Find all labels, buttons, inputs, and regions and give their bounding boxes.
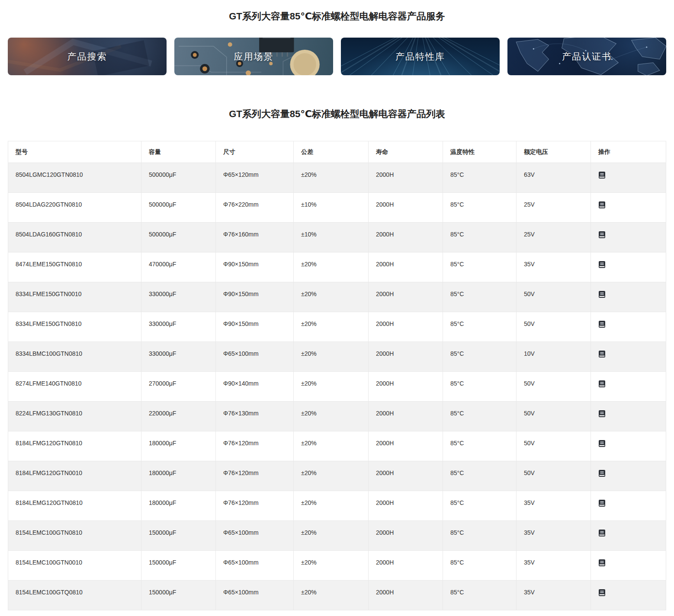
- nav-card-certificates[interactable]: 产品认证书: [507, 38, 666, 75]
- cell-temperature: 85°C: [443, 402, 517, 431]
- header-action: 操作: [591, 141, 666, 163]
- product-table: 型号 容量 尺寸 公差 寿命 温度特性 额定电压 操作 8504LGMC120G…: [8, 141, 666, 610]
- view-doc-button[interactable]: [598, 380, 606, 388]
- view-doc-button[interactable]: [598, 171, 606, 179]
- view-doc-button[interactable]: [598, 320, 606, 328]
- cell-model: 8334LBMC100GTN0810: [8, 342, 141, 372]
- cell-rated-voltage: 50V: [517, 312, 591, 342]
- cell-temperature: 85°C: [443, 193, 517, 223]
- book-icon: [598, 591, 606, 598]
- view-doc-button[interactable]: [598, 440, 606, 447]
- view-doc-button[interactable]: [598, 261, 606, 268]
- table-row: 8334LFME150GTN0010 330000μF Φ90×150mm ±2…: [8, 282, 666, 312]
- table-row: 8154LEMC100GTN0810 150000μF Φ65×100mm ±2…: [8, 521, 666, 551]
- cell-action: [591, 551, 666, 581]
- view-doc-button[interactable]: [598, 410, 606, 418]
- cell-temperature: 85°C: [443, 312, 517, 342]
- book-icon: [598, 383, 606, 389]
- cell-rated-voltage: 50V: [517, 431, 591, 461]
- cell-model: 8274LFME140GTN0810: [8, 372, 141, 402]
- cell-life: 2000H: [369, 461, 443, 491]
- table-row: 8334LFME150GTN0810 330000μF Φ90×150mm ±2…: [8, 312, 666, 342]
- cell-temperature: 85°C: [443, 461, 517, 491]
- cell-model: 8334LFME150GTN0810: [8, 312, 141, 342]
- table-row: 8504LGMC120GTN0810 500000μF Φ65×120mm ±2…: [8, 163, 666, 193]
- nav-cards: 产品搜索: [8, 38, 666, 75]
- cell-model: 8154LEMC100GTN0810: [8, 521, 141, 551]
- table-row: 8154LEMC100GTN0010 150000μF Φ65×100mm ±2…: [8, 551, 666, 581]
- cell-tolerance: ±20%: [294, 431, 369, 461]
- cell-model: 8504LGMC120GTN0810: [8, 163, 141, 193]
- cell-action: [591, 402, 666, 431]
- cell-life: 2000H: [369, 223, 443, 252]
- cell-tolerance: ±20%: [294, 402, 369, 431]
- cell-life: 2000H: [369, 282, 443, 312]
- cell-action: [591, 521, 666, 551]
- book-icon: [598, 502, 606, 508]
- view-doc-button[interactable]: [598, 559, 606, 567]
- cell-rated-voltage: 25V: [517, 193, 591, 223]
- header-tolerance: 公差: [294, 141, 369, 163]
- book-icon: [598, 442, 606, 449]
- view-doc-button[interactable]: [598, 201, 606, 209]
- cell-size: Φ76×130mm: [216, 402, 294, 431]
- cell-rated-voltage: 63V: [517, 163, 591, 193]
- cell-action: [591, 372, 666, 402]
- cell-size: Φ76×220mm: [216, 193, 294, 223]
- cell-tolerance: ±20%: [294, 372, 369, 402]
- nav-card-feature-library[interactable]: 产品特性库: [341, 38, 500, 75]
- table-row: 8224LFMG130GTN0810 220000μF Φ76×130mm ±2…: [8, 402, 666, 431]
- nav-card-label: 应用场景: [174, 38, 333, 75]
- cell-temperature: 85°C: [443, 551, 517, 581]
- cell-action: [591, 491, 666, 521]
- cell-size: Φ65×100mm: [216, 342, 294, 372]
- cell-capacity: 500000μF: [141, 193, 216, 223]
- cell-life: 2000H: [369, 372, 443, 402]
- cell-model: 8224LFMG130GTN0810: [8, 402, 141, 431]
- cell-capacity: 500000μF: [141, 163, 216, 193]
- nav-card-product-search[interactable]: 产品搜索: [8, 38, 167, 75]
- cell-tolerance: ±10%: [294, 223, 369, 252]
- cell-capacity: 150000μF: [141, 581, 216, 610]
- cell-size: Φ76×120mm: [216, 461, 294, 491]
- cell-model: 8504LDAG160GTN0810: [8, 223, 141, 252]
- cell-life: 2000H: [369, 342, 443, 372]
- view-doc-button[interactable]: [598, 290, 606, 298]
- table-row: 8154LEMC100GTQ0810 150000μF Φ65×100mm ±2…: [8, 581, 666, 610]
- book-icon: [598, 263, 606, 270]
- cell-model: 8474LEME150GTN0810: [8, 252, 141, 282]
- page-title: GT系列大容量85℃标准螺栓型电解电容器产品服务: [8, 0, 666, 23]
- cell-rated-voltage: 50V: [517, 461, 591, 491]
- cell-size: Φ76×120mm: [216, 491, 294, 521]
- book-icon: [598, 174, 606, 180]
- cell-life: 2000H: [369, 491, 443, 521]
- cell-tolerance: ±20%: [294, 581, 369, 610]
- view-doc-button[interactable]: [598, 350, 606, 358]
- table-row: 8184LEMG120GTN0810 180000μF Φ76×120mm ±2…: [8, 491, 666, 521]
- view-doc-button[interactable]: [598, 469, 606, 477]
- table-row: 8504LDAG220GTN0810 500000μF Φ76×220mm ±1…: [8, 193, 666, 223]
- nav-card-application-scenarios[interactable]: 应用场景: [174, 38, 333, 75]
- cell-tolerance: ±20%: [294, 521, 369, 551]
- table-title: GT系列大容量85℃标准螺栓型电解电容器产品列表: [8, 108, 666, 121]
- cell-rated-voltage: 50V: [517, 402, 591, 431]
- cell-model: 8154LEMC100GTN0010: [8, 551, 141, 581]
- header-size: 尺寸: [216, 141, 294, 163]
- cell-size: Φ76×160mm: [216, 223, 294, 252]
- cell-capacity: 180000μF: [141, 431, 216, 461]
- view-doc-button[interactable]: [598, 589, 606, 597]
- cell-temperature: 85°C: [443, 431, 517, 461]
- view-doc-button[interactable]: [598, 231, 606, 239]
- book-icon: [598, 233, 606, 240]
- view-doc-button[interactable]: [598, 499, 606, 507]
- view-doc-button[interactable]: [598, 529, 606, 537]
- cell-capacity: 180000μF: [141, 461, 216, 491]
- book-icon: [598, 472, 606, 479]
- book-icon: [598, 353, 606, 359]
- cell-temperature: 85°C: [443, 581, 517, 610]
- cell-tolerance: ±20%: [294, 461, 369, 491]
- cell-temperature: 85°C: [443, 521, 517, 551]
- cell-tolerance: ±20%: [294, 491, 369, 521]
- cell-rated-voltage: 10V: [517, 342, 591, 372]
- cell-rated-voltage: 50V: [517, 372, 591, 402]
